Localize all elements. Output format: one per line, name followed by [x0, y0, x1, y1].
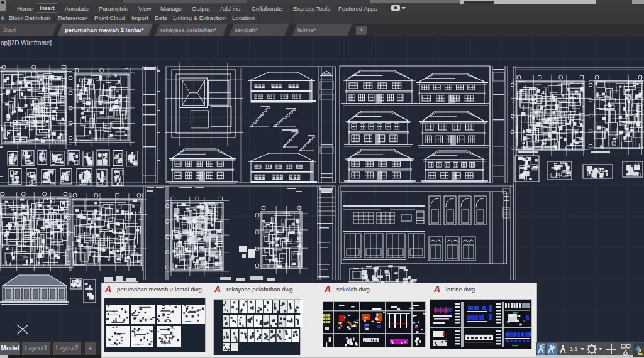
svg-text:1:1: 1:1 [570, 346, 578, 352]
